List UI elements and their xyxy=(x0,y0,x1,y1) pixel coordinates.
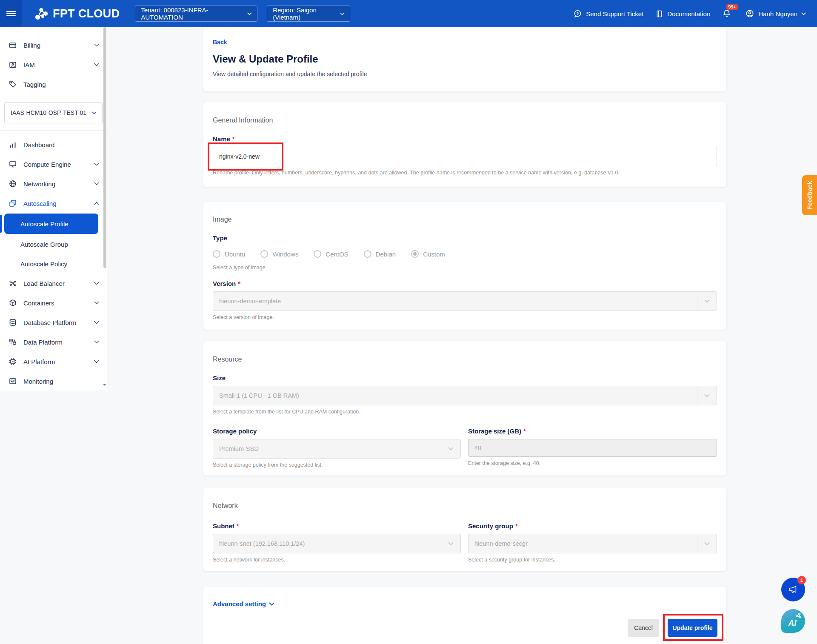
wallet-icon xyxy=(9,41,17,49)
scrollbar-down-arrow-icon[interactable] xyxy=(103,384,107,386)
monitor-icon xyxy=(9,160,17,168)
radio-circle-icon xyxy=(364,250,371,258)
select-chevron xyxy=(697,292,717,311)
documentation-label: Documentation xyxy=(667,10,710,17)
network-heading: Network xyxy=(213,502,717,510)
page-title: View & Update Profile xyxy=(213,53,717,65)
radio-windows[interactable]: Windows xyxy=(260,250,298,258)
chevron-down-icon xyxy=(704,542,710,545)
size-select[interactable]: Small-1 (1 CPU - 1 GB RAM) xyxy=(213,386,717,405)
nodes-icon xyxy=(9,279,17,288)
size-help-text: Select a template from the list for CPU … xyxy=(213,409,717,415)
hamburger-menu-button[interactable] xyxy=(0,0,22,27)
storage-policy-select[interactable]: Premium-SSD xyxy=(213,439,461,459)
radio-debian[interactable]: Debian xyxy=(364,250,396,258)
sidebar-item-load-balancer[interactable]: Load Balancer xyxy=(0,274,107,293)
name-input[interactable] xyxy=(213,147,717,166)
sidebar-item-monitoring[interactable]: Monitoring xyxy=(0,371,107,391)
notification-badge: 99+ xyxy=(726,4,738,10)
book-icon xyxy=(655,9,663,18)
tenant-selector[interactable]: Tenant: 000823-INFRA-AUTOMATION xyxy=(135,6,257,22)
user-menu[interactable]: Hanh Nguyen xyxy=(745,9,806,18)
radio-circle-selected-icon xyxy=(411,250,419,258)
database-icon xyxy=(9,318,17,327)
region-selector[interactable]: Region: Saigon (Vietnam) xyxy=(267,6,350,22)
tenant-label: Tenant: 000823-INFRA-AUTOMATION xyxy=(141,6,247,21)
cancel-button[interactable]: Cancel xyxy=(628,619,659,637)
storage-size-input[interactable]: 40 xyxy=(468,439,717,457)
resource-card: Resource Size Small-1 (1 CPU - 1 GB RAM)… xyxy=(203,341,726,476)
subnet-help-text: Select a network for instances. xyxy=(213,557,461,563)
network-card: Network Subnet* hieunn-snet (192.168.110… xyxy=(203,487,726,571)
sidebar-item-containers[interactable]: Containers xyxy=(0,293,107,313)
sidebar-item-dashboard[interactable]: Dashboard xyxy=(0,135,107,154)
stacked-layers-icon xyxy=(9,199,17,208)
name-label: Name* xyxy=(213,135,717,142)
sidebar-item-autoscale-policy[interactable]: Autoscale Policy xyxy=(0,254,107,274)
send-support-ticket-link[interactable]: ? Send Support Ticket xyxy=(573,9,643,18)
sidebar-item-data-platform[interactable]: Data Platform xyxy=(0,332,107,352)
back-link[interactable]: Back xyxy=(213,39,227,46)
radio-ubuntu[interactable]: Ubuntu xyxy=(213,250,245,258)
subnet-select[interactable]: hieunn-snet (192.168.110.1/24) xyxy=(213,534,461,553)
version-label: Version* xyxy=(213,280,717,287)
user-name: Hanh Nguyen xyxy=(758,10,797,17)
ai-assistant-button[interactable]: AI xyxy=(781,609,805,633)
brand-logo[interactable]: FPT CLOUD xyxy=(34,6,120,21)
documentation-link[interactable]: Documentation xyxy=(655,9,710,18)
general-information-heading: General Information xyxy=(213,117,717,124)
chevron-down-icon xyxy=(448,542,454,545)
globe-icon xyxy=(9,180,17,188)
chevron-down-icon xyxy=(94,360,99,363)
announcements-button[interactable]: 1 xyxy=(781,578,805,601)
chevron-down-icon xyxy=(448,447,454,450)
security-group-select[interactable]: hieunn-demo-secgr xyxy=(468,534,717,553)
subnet-label: Subnet* xyxy=(213,522,461,530)
sidebar-item-billing[interactable]: Billing xyxy=(0,35,107,55)
advanced-setting-toggle[interactable]: Advanced setting xyxy=(213,600,274,607)
main-content: Back View & Update Profile View detailed… xyxy=(203,27,726,644)
announcement-badge: 1 xyxy=(797,576,806,584)
chevron-down-icon xyxy=(94,321,99,324)
molecule-logo-icon xyxy=(34,6,49,21)
type-label: Type xyxy=(213,234,717,242)
chevron-up-icon xyxy=(94,202,99,205)
sidebar-item-autoscale-profile[interactable]: Autoscale Profile xyxy=(0,214,107,234)
feedback-tab[interactable]: Feedback xyxy=(802,175,817,215)
size-label: Size xyxy=(213,374,717,382)
sidebar-item-ai-platform[interactable]: AI AI Platform xyxy=(0,352,107,371)
sidebar-item-networking[interactable]: Networking xyxy=(0,174,107,194)
image-type-radio-group: Ubuntu Windows CentOS Debian Custom xyxy=(213,250,717,258)
hamburger-icon xyxy=(6,10,16,17)
chevron-down-icon xyxy=(269,602,274,606)
page-subtitle: View detailed configuration and update t… xyxy=(213,71,717,77)
radio-centos[interactable]: CentOS xyxy=(314,250,348,258)
required-asterisk: * xyxy=(515,522,518,530)
required-asterisk: * xyxy=(237,522,239,530)
sidebar-item-database-platform[interactable]: Database Platform xyxy=(0,313,107,332)
radio-custom-selected[interactable]: Custom xyxy=(411,250,445,258)
bell-icon xyxy=(722,9,731,18)
sidebar: Billing IAM Tagging IAAS-HCM10-OSP-TEST-… xyxy=(0,27,107,390)
sidebar-item-tagging[interactable]: Tagging xyxy=(0,74,107,94)
storage-size-label: Storage size (GB)* xyxy=(468,427,717,435)
image-card: Image Type Ubuntu Windows CentOS Debian … xyxy=(203,202,726,330)
radio-circle-icon xyxy=(213,250,220,258)
data-platform-icon xyxy=(9,338,17,346)
sidebar-item-autoscaling[interactable]: Autoscaling xyxy=(0,194,107,213)
select-chevron xyxy=(697,386,717,405)
sidebar-item-iam[interactable]: IAM xyxy=(0,55,107,74)
caret-down-icon xyxy=(801,12,806,15)
sidebar-item-autoscale-group[interactable]: Autoscale Group xyxy=(0,234,107,254)
project-selector[interactable]: IAAS-HCM10-OSP-TEST-01 xyxy=(4,102,103,123)
sidebar-item-compute-engine[interactable]: Compute Engine xyxy=(0,154,107,174)
version-select[interactable]: hieunn-demo-template xyxy=(213,291,717,311)
megaphone-icon xyxy=(787,584,799,596)
page-header-card: Back View & Update Profile View detailed… xyxy=(203,27,726,91)
required-asterisk: * xyxy=(232,135,235,142)
update-profile-button[interactable]: Update profile xyxy=(668,619,717,637)
svg-text:?: ? xyxy=(577,11,579,15)
caret-down-icon xyxy=(92,111,97,114)
notifications-button[interactable]: 99+ xyxy=(722,9,731,18)
sidebar-scrollbar-thumb[interactable] xyxy=(103,27,106,268)
